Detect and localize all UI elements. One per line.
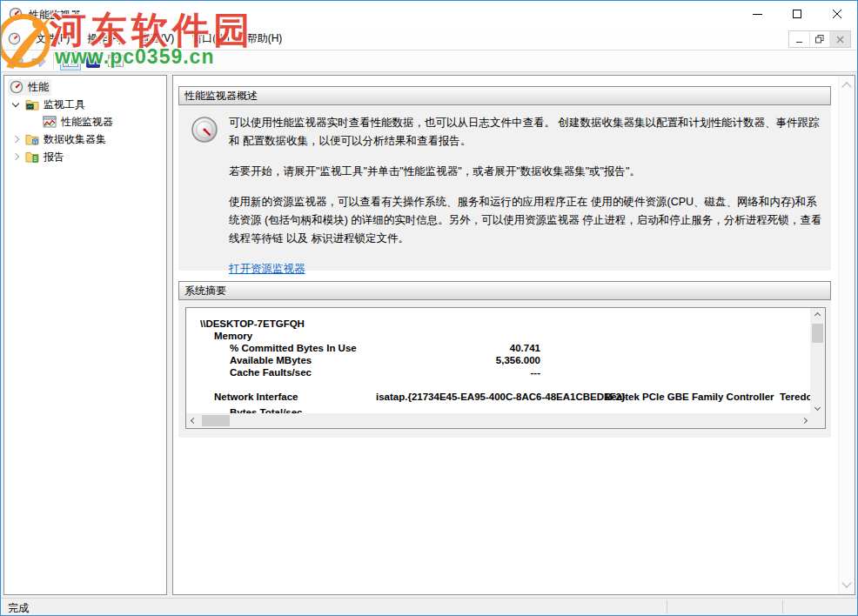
- folder-cube-icon: [25, 132, 39, 146]
- status-divider: [782, 600, 783, 613]
- chevron-up-icon: [814, 312, 821, 318]
- counter-value: 40.741: [412, 343, 540, 353]
- network-instance: isatap.{21734E45-EA95-400C-8AC6-48EA1CBE…: [376, 392, 625, 402]
- overview-paragraph-3: 使用新的资源监视器，可以查看有关操作系统、服务和运行的应用程序正在 使用的硬件资…: [229, 193, 822, 248]
- counter-name: % Committed Bytes In Use: [230, 343, 357, 353]
- tree-item-reports[interactable]: 报告: [8, 148, 64, 165]
- counter-name: Cache Faults/sec: [230, 367, 312, 378]
- status-bar: 完成: [1, 598, 857, 615]
- chevron-expanded-icon[interactable]: [12, 100, 19, 107]
- summary-horizontal-scrollbar[interactable]: [186, 413, 812, 428]
- minimize-icon: [796, 42, 802, 43]
- tree-item-data-collector-sets[interactable]: 数据收集器集: [8, 131, 106, 148]
- window-title: 性能监视器: [29, 8, 81, 23]
- overview-paragraph-1: 可以使用性能监视器实时查看性能数据，也可以从日志文件中查看。 创建数据收集器集以…: [229, 114, 822, 151]
- summary-computer-name: \\DESKTOP-7ETGFQH: [200, 318, 305, 329]
- minimize-icon: [753, 14, 762, 15]
- forward-button[interactable]: [28, 51, 49, 70]
- overview-text: 可以使用性能监视器实时查看性能数据，也可以从日志文件中查看。 创建数据收集器集以…: [229, 114, 822, 278]
- counter-name: Available MBytes: [230, 355, 312, 365]
- console-window-icon: [8, 32, 21, 45]
- restore-icon: [815, 35, 824, 44]
- window-controls: [737, 1, 857, 27]
- summary-group-network: Network Interface: [214, 392, 298, 402]
- tree-item-label: 数据收集器集: [44, 132, 106, 147]
- folder-report-icon: [25, 150, 39, 164]
- system-summary-report: \\DESKTOP-7ETGFQH Memory % Committed Byt…: [185, 307, 826, 429]
- maximize-button[interactable]: [777, 1, 817, 27]
- tree-item-label: 性能监视器: [61, 115, 113, 130]
- summary-header-label: 系统摘要: [184, 284, 226, 298]
- toolbar-separator: [53, 53, 54, 69]
- menu-help[interactable]: 帮助(H): [238, 27, 292, 50]
- folder-chart-icon: [25, 97, 39, 111]
- menu-view[interactable]: 查看(V): [131, 27, 183, 50]
- tree-item-monitoring-tools[interactable]: 监视工具: [8, 96, 85, 113]
- menu-window[interactable]: 窗口(W): [183, 27, 238, 50]
- console-tree-toggle-button[interactable]: [60, 51, 81, 70]
- tree-selection: 性能: [8, 79, 51, 96]
- back-button[interactable]: [5, 51, 26, 70]
- counter-value: 5,356.000: [412, 355, 540, 365]
- close-button[interactable]: [817, 1, 857, 27]
- performance-monitor-window: 性能监视器 文件(F) 操作(A) 查看(V) 窗口(W) 帮助(H): [0, 0, 858, 616]
- tree-item-label: 性能: [28, 80, 49, 95]
- overview-paragraph-2: 若要开始，请展开"监视工具"并单击"性能监视器"，或者展开"数据收集器集"或"报…: [229, 163, 822, 181]
- chevron-collapsed-icon[interactable]: [12, 153, 19, 160]
- network-instance: Teredo: [780, 392, 813, 402]
- tree-item-performance-monitor[interactable]: 性能监视器: [43, 113, 113, 131]
- performance-gauge-icon: [9, 7, 23, 21]
- menu-action[interactable]: 操作(A): [78, 27, 131, 50]
- title-bar: 性能监视器: [1, 1, 857, 27]
- chevron-up-icon[interactable]: [841, 82, 851, 91]
- overview-section-body: 可以使用性能监视器实时查看性能数据，也可以从日志文件中查看。 创建数据收集器集以…: [178, 105, 831, 271]
- toolbar: ?: [1, 50, 857, 72]
- child-minimize-button[interactable]: [789, 31, 810, 47]
- console-tree-toggle-icon: [63, 55, 78, 67]
- export-list-icon: [108, 55, 124, 67]
- tree-item-label: 监视工具: [44, 97, 85, 112]
- menu-bar: 文件(F) 操作(A) 查看(V) 窗口(W) 帮助(H): [1, 27, 857, 50]
- tree-item-label: 报告: [44, 150, 64, 164]
- summary-section-header: 系统摘要: [178, 281, 831, 300]
- child-restore-button[interactable]: [810, 31, 831, 47]
- scrollbar-corner: [810, 413, 825, 428]
- scrollbar-thumb[interactable]: [812, 324, 823, 343]
- content-pane-scrollbar[interactable]: [838, 76, 855, 594]
- performance-gauge-icon: [10, 80, 23, 94]
- status-text: 完成: [8, 601, 29, 616]
- open-resource-monitor-link[interactable]: 打开资源监视器: [229, 263, 305, 275]
- summary-section-body: \\DESKTOP-7ETGFQH Memory % Committed Byt…: [178, 300, 831, 438]
- overview-section-header: 性能监视器概述: [178, 86, 831, 105]
- menu-file[interactable]: 文件(F): [27, 27, 78, 50]
- scroll-left-button[interactable]: [186, 413, 201, 428]
- back-arrow-icon: [8, 55, 24, 68]
- status-divider: [667, 600, 667, 613]
- minimize-button[interactable]: [737, 1, 777, 27]
- chevron-down-icon[interactable]: [841, 578, 851, 587]
- performance-gauge-large-icon: [191, 116, 218, 144]
- child-window-controls: [788, 30, 851, 48]
- help-button[interactable]: ?: [83, 51, 104, 70]
- workspace: 性能 监视工具 性能监视器: [1, 72, 857, 598]
- content-pane: 性能监视器概述 可以使用: [172, 75, 855, 595]
- scroll-up-button[interactable]: [810, 308, 825, 323]
- summary-group-memory: Memory: [214, 331, 252, 341]
- network-instance: Realtek PCIe GBE Family Controller: [604, 392, 774, 402]
- close-icon: [836, 36, 844, 44]
- export-list-button[interactable]: [105, 51, 126, 70]
- counter-value: ---: [412, 367, 540, 378]
- console-tree-panel: 性能 监视工具 性能监视器: [3, 75, 167, 595]
- forward-arrow-icon: [30, 55, 47, 68]
- close-icon: [832, 9, 842, 19]
- scrollbar-thumb[interactable]: [202, 415, 230, 426]
- overview-header-label: 性能监视器概述: [184, 89, 258, 104]
- child-close-button[interactable]: [830, 31, 850, 47]
- tree-item-performance[interactable]: 性能: [8, 78, 51, 96]
- chevron-collapsed-icon[interactable]: [12, 136, 19, 143]
- chevron-left-icon: [191, 418, 197, 424]
- help-icon: ?: [86, 54, 100, 68]
- chevron-down-icon: [814, 405, 821, 411]
- maximize-icon: [793, 10, 801, 18]
- summary-vertical-scrollbar[interactable]: [810, 308, 825, 415]
